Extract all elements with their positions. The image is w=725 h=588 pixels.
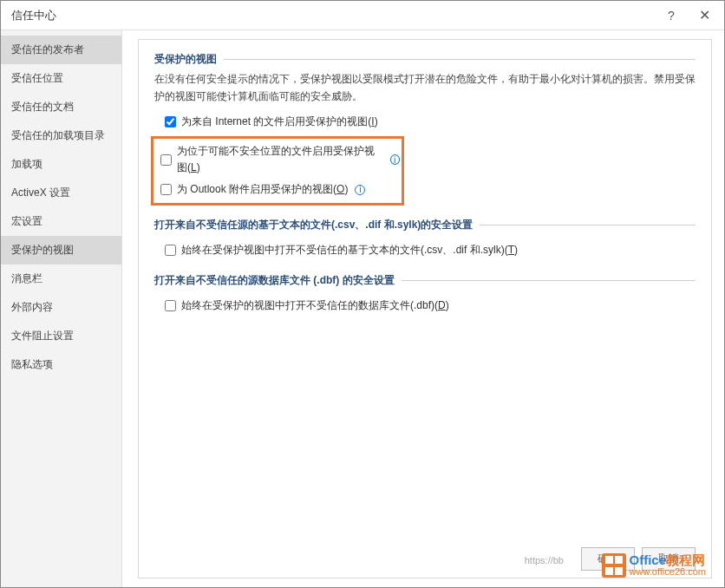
info-icon[interactable]: i (355, 185, 365, 195)
content-area: 受保护的视图 在没有任何安全提示的情况下，受保护视图以受限模式打开潜在的危险文件… (122, 30, 724, 587)
checkbox-dbf-files-label: 始终在受保护的视图中打开不受信任的数据库文件(.dbf)(D) (181, 297, 449, 314)
section-dbf-files-title-text: 打开来自不受信任的源数据库文件 (.dbf) 的安全设置 (154, 273, 395, 288)
checkbox-internet-files[interactable]: 为来自 Internet 的文件启用受保护的视图(I) (154, 111, 696, 133)
section-title-text: 受保护的视图 (154, 52, 217, 67)
main-area: 受信任的发布者 受信任位置 受信任的文档 受信任的加载项目录 加载项 Activ… (1, 30, 724, 587)
checkbox-text-files-label: 始终在受保护视图中打开不受信任的基于文本的文件(.csv、.dif 和.sylk… (181, 242, 518, 258)
sidebar-item-protected-view[interactable]: 受保护的视图 (1, 236, 121, 265)
checkbox-outlook-attachments-label: 为 Outlook 附件启用受保护的视图(O) (177, 181, 348, 198)
sidebar-item-trusted-documents[interactable]: 受信任的文档 (1, 93, 121, 121)
sidebar-item-file-block-settings[interactable]: 文件阻止设置 (1, 322, 121, 350)
checkbox-text-files-input[interactable] (165, 245, 176, 256)
window-title: 信任中心 (11, 8, 56, 23)
checkbox-unsafe-location-label: 为位于可能不安全位置的文件启用受保护视图(L) (177, 143, 383, 176)
sidebar-item-trusted-publishers[interactable]: 受信任的发布者 (1, 36, 121, 64)
titlebar-controls: ? ✕ (655, 3, 721, 29)
watermark-url: www.office26.com (630, 567, 706, 578)
section-text-files-title: 打开来自不受信任源的基于文本的文件(.csv、.dif 和.sylk)的安全设置 (154, 218, 696, 232)
watermark-text: Office教程网 www.office26.com (630, 553, 706, 577)
checkbox-text-files[interactable]: 始终在受保护视图中打开不受信任的基于文本的文件(.csv、.dif 和.sylk… (154, 239, 696, 261)
checkbox-unsafe-location-input[interactable] (160, 154, 172, 166)
checkbox-unsafe-location[interactable]: 为位于可能不安全位置的文件启用受保护视图(L) i (155, 140, 400, 179)
sidebar-item-message-bar[interactable]: 消息栏 (1, 265, 121, 293)
close-button[interactable]: ✕ (688, 3, 721, 29)
help-button[interactable]: ? (655, 3, 688, 29)
info-icon[interactable]: i (390, 154, 400, 165)
trust-center-dialog: 信任中心 ? ✕ 受信任的发布者 受信任位置 受信任的文档 受信任的加载项目录 … (0, 0, 725, 588)
section-dbf-files-title: 打开来自不受信任的源数据库文件 (.dbf) 的安全设置 (154, 273, 696, 288)
highlight-annotation: 为位于可能不安全位置的文件启用受保护视图(L) i 为 Outlook 附件启用… (151, 136, 404, 206)
sidebar-item-trusted-addon-catalog[interactable]: 受信任的加载项目录 (1, 121, 121, 150)
sidebar-item-addins[interactable]: 加载项 (1, 150, 121, 179)
sidebar-item-macro-settings[interactable]: 宏设置 (1, 207, 121, 236)
titlebar: 信任中心 ? ✕ (1, 1, 724, 30)
section-protected-view-desc: 在没有任何安全提示的情况下，受保护视图以受限模式打开潜在的危险文件，有助于最小化… (154, 70, 696, 106)
checkbox-outlook-attachments[interactable]: 为 Outlook 附件启用受保护的视图(O) i (155, 179, 400, 200)
sidebar: 受信任的发布者 受信任位置 受信任的文档 受信任的加载项目录 加载项 Activ… (1, 30, 122, 587)
faint-link: https://bb (525, 555, 564, 565)
checkbox-dbf-files[interactable]: 始终在受保护的视图中打开不受信任的数据库文件(.dbf)(D) (154, 295, 696, 317)
content-panel: 受保护的视图 在没有任何安全提示的情况下，受保护视图以受限模式打开潜在的危险文件… (138, 39, 712, 578)
watermark-title: Office教程网 (630, 553, 706, 567)
watermark-logo-icon (602, 553, 626, 578)
checkbox-internet-files-label: 为来自 Internet 的文件启用受保护的视图(I) (181, 114, 378, 130)
checkbox-dbf-files-input[interactable] (165, 300, 176, 311)
section-text-files-title-text: 打开来自不受信任源的基于文本的文件(.csv、.dif 和.sylk)的安全设置 (154, 218, 473, 232)
sidebar-item-privacy-options[interactable]: 隐私选项 (1, 350, 121, 379)
sidebar-item-external-content[interactable]: 外部内容 (1, 293, 121, 322)
sidebar-item-trusted-locations[interactable]: 受信任位置 (1, 64, 121, 93)
watermark: Office教程网 www.office26.com (602, 553, 706, 578)
checkbox-internet-files-input[interactable] (165, 116, 176, 127)
checkbox-outlook-attachments-input[interactable] (160, 184, 172, 195)
sidebar-item-activex-settings[interactable]: ActiveX 设置 (1, 179, 121, 207)
section-protected-view-title: 受保护的视图 (154, 52, 696, 67)
